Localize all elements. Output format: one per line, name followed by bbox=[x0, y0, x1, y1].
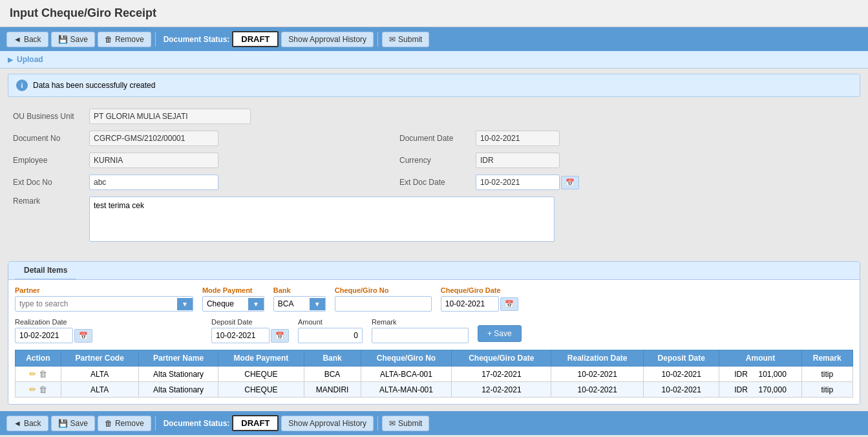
back-arrow-icon: ◄ bbox=[14, 35, 21, 44]
realization-date-input[interactable] bbox=[15, 328, 73, 343]
detail-items-tab[interactable]: Detail Items bbox=[15, 262, 76, 279]
document-date-label: Document Date bbox=[399, 134, 471, 143]
cheque-giro-no-cell: ALTA-MAN-001 bbox=[361, 382, 452, 398]
bank-dropdown-button[interactable]: ▼ bbox=[310, 298, 325, 310]
realization-date-label: Realization Date bbox=[15, 318, 92, 326]
ext-doc-date-input[interactable] bbox=[476, 175, 560, 190]
currency-group: Currency bbox=[399, 153, 560, 168]
remark-textarea[interactable]: test terima cek bbox=[89, 197, 555, 242]
amount-input[interactable] bbox=[298, 328, 363, 343]
detail-form-row-1: Partner ▼ Mode Payment ▼ Bank ▼ bbox=[15, 286, 853, 312]
save-icon: 💾 bbox=[58, 35, 68, 44]
save-button-bottom[interactable]: 💾 Save bbox=[51, 416, 95, 431]
mode-payment-select-wrapper: ▼ bbox=[202, 296, 264, 312]
col-partner-code: Partner Code bbox=[61, 350, 138, 367]
mode-payment-input[interactable] bbox=[203, 297, 248, 311]
document-no-label: Document No bbox=[13, 134, 84, 143]
ext-doc-date-group: Ext Doc Date 📅 bbox=[399, 175, 579, 190]
deposit-date-label: Deposit Date bbox=[211, 318, 289, 326]
realization-date-wrapper: 📅 bbox=[15, 328, 92, 343]
cheque-giro-no-input[interactable] bbox=[335, 296, 432, 312]
col-bank: Bank bbox=[304, 350, 361, 367]
deposit-date-field: Deposit Date 📅 bbox=[211, 318, 289, 343]
detail-items-content: Partner ▼ Mode Payment ▼ Bank ▼ bbox=[8, 280, 860, 404]
currency-input bbox=[476, 153, 560, 168]
detail-remark-label: Remark bbox=[372, 318, 469, 326]
remark-row: Remark test terima cek bbox=[13, 197, 855, 242]
employee-group: Employee bbox=[13, 153, 218, 168]
bank-input[interactable] bbox=[274, 297, 310, 311]
remove-button-top[interactable]: 🗑 Remove bbox=[98, 32, 151, 47]
realization-date-cell: 10-02-2021 bbox=[551, 382, 644, 398]
partner-input[interactable] bbox=[16, 297, 177, 311]
info-icon: i bbox=[16, 80, 28, 91]
remark-cell: titip bbox=[801, 367, 852, 382]
detail-items-table: Action Partner Code Partner Name Mode Pa… bbox=[15, 350, 853, 398]
edit-icon[interactable]: ✏ bbox=[29, 369, 36, 379]
ext-doc-date-label: Ext Doc Date bbox=[399, 178, 471, 187]
success-banner: i Data has been successfully created bbox=[8, 74, 860, 97]
col-remark: Remark bbox=[801, 350, 852, 367]
save-button-top[interactable]: 💾 Save bbox=[51, 32, 95, 47]
ext-doc-date-calendar-button[interactable]: 📅 bbox=[561, 176, 579, 189]
cheque-giro-no-label: Cheque/Giro No bbox=[335, 286, 432, 294]
mode-payment-field: Mode Payment ▼ bbox=[202, 286, 264, 312]
detail-items-section: Detail Items Partner ▼ Mode Payment ▼ bbox=[8, 261, 860, 405]
ext-doc-date-wrapper: 📅 bbox=[476, 175, 579, 190]
toolbar-separator-2 bbox=[377, 32, 378, 47]
detail-save-button[interactable]: + Save bbox=[478, 325, 522, 342]
cheque-giro-no-field: Cheque/Giro No bbox=[335, 286, 432, 312]
partner-name-cell: Alta Stationary bbox=[138, 382, 218, 398]
upload-label: Upload bbox=[17, 55, 43, 64]
document-no-input bbox=[89, 131, 218, 146]
partner-dropdown-button[interactable]: ▼ bbox=[177, 298, 193, 310]
partner-name-cell: Alta Stationary bbox=[138, 367, 218, 382]
currency-label: Currency bbox=[399, 156, 471, 165]
doc-status-value-top: DRAFT bbox=[232, 31, 279, 47]
table-row: ✏ 🗑 ALTA Alta Stationary CHEQUE BCA ALTA… bbox=[16, 367, 853, 382]
partner-code-cell: ALTA bbox=[61, 382, 138, 398]
edit-icon[interactable]: ✏ bbox=[29, 385, 36, 394]
show-approval-button-bottom[interactable]: Show Approval History bbox=[281, 416, 374, 431]
employee-row: Employee Currency bbox=[13, 153, 855, 168]
action-cell: ✏ 🗑 bbox=[16, 382, 61, 398]
deposit-date-cell: 10-02-2021 bbox=[643, 367, 719, 382]
table-row: ✏ 🗑 ALTA Alta Stationary CHEQUE MANDIRI … bbox=[16, 382, 853, 398]
submit-button-bottom[interactable]: ✉ Submit bbox=[382, 416, 429, 431]
col-partner-name: Partner Name bbox=[138, 350, 218, 367]
amount-cell: IDR 101,000 bbox=[719, 367, 801, 382]
upload-section[interactable]: ▶ Upload bbox=[0, 51, 868, 69]
upload-arrow-icon: ▶ bbox=[8, 56, 13, 64]
partner-label: Partner bbox=[15, 286, 193, 294]
delete-icon[interactable]: 🗑 bbox=[39, 369, 47, 379]
cheque-giro-date-input[interactable] bbox=[441, 296, 499, 312]
back-button-top[interactable]: ◄ Back bbox=[6, 32, 48, 47]
detail-remark-field: Remark bbox=[372, 318, 469, 343]
cheque-giro-date-calendar-button[interactable]: 📅 bbox=[500, 297, 518, 311]
toolbar-separator-1 bbox=[155, 32, 156, 47]
delete-icon[interactable]: 🗑 bbox=[39, 385, 47, 394]
mode-payment-dropdown-button[interactable]: ▼ bbox=[248, 298, 264, 310]
ext-doc-no-group: Ext Doc No bbox=[13, 175, 218, 190]
amount-field: Amount bbox=[298, 318, 363, 343]
ou-business-unit-row: OU Business Unit bbox=[13, 109, 855, 124]
partner-select-wrapper: ▼ bbox=[15, 296, 193, 312]
realization-date-calendar-button[interactable]: 📅 bbox=[74, 329, 92, 343]
submit-button-top[interactable]: ✉ Submit bbox=[382, 32, 429, 47]
detail-remark-input[interactable] bbox=[372, 328, 469, 343]
col-deposit-date: Deposit Date bbox=[643, 350, 719, 367]
partner-code-cell: ALTA bbox=[61, 367, 138, 382]
col-action: Action bbox=[16, 350, 61, 367]
deposit-date-calendar-button[interactable]: 📅 bbox=[271, 329, 289, 343]
deposit-date-wrapper: 📅 bbox=[211, 328, 289, 343]
realization-date-cell: 10-02-2021 bbox=[551, 367, 644, 382]
deposit-date-input[interactable] bbox=[211, 328, 270, 343]
col-realization-date: Realization Date bbox=[551, 350, 644, 367]
ext-doc-no-input[interactable] bbox=[89, 175, 218, 190]
remove-button-bottom[interactable]: 🗑 Remove bbox=[98, 416, 151, 431]
back-button-bottom[interactable]: ◄ Back bbox=[6, 416, 48, 431]
bottom-separator-1 bbox=[155, 416, 156, 431]
bottom-separator-2 bbox=[377, 416, 378, 431]
document-no-group: Document No bbox=[13, 131, 218, 146]
show-approval-button-top[interactable]: Show Approval History bbox=[281, 32, 374, 47]
